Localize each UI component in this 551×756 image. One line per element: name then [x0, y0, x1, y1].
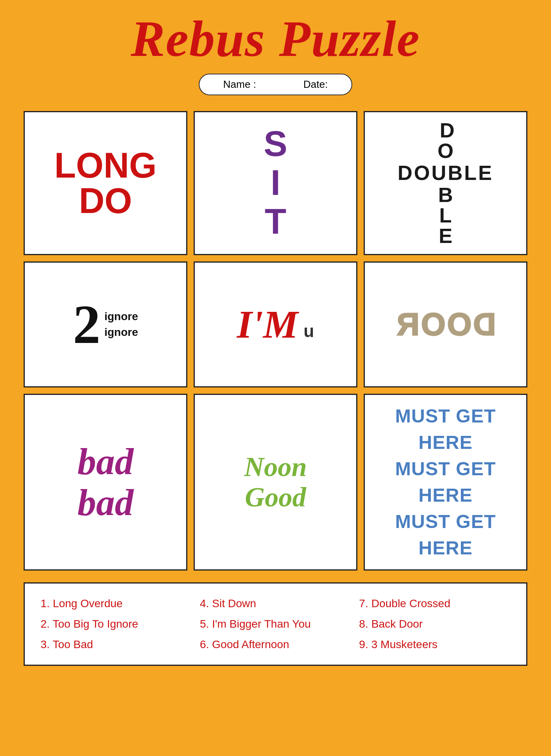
cell-5-u: u	[303, 321, 314, 344]
answer-5: 5. I'm Bigger Than You	[200, 616, 351, 632]
puzzle-cell-2: S I T	[194, 111, 357, 255]
cell-1-line2: DO	[54, 183, 157, 219]
cell-9-line3: MUST GET HERE	[373, 508, 518, 561]
answer-col-1: 1. Long Overdue 2. Too Big To Ignore 3. …	[41, 595, 192, 653]
puzzle-grid: LONG DO S I T D D D O O O DOUBLE	[24, 111, 527, 571]
cell-3-row-b: B B B	[423, 185, 468, 205]
cell-5-content: I'M u	[237, 305, 314, 344]
cell-9-line1: MUST GET HERE	[373, 403, 518, 456]
answer-6: 6. Good Afternoon	[200, 636, 351, 653]
name-label: Name :	[223, 78, 256, 91]
cell-9-content: MUST GET HERE MUST GET HERE MUST GET HER…	[373, 403, 518, 561]
puzzle-cell-5: I'M u	[194, 261, 357, 387]
cell-3-b: B	[438, 185, 453, 205]
cell-9-line2: MUST GET HERE	[373, 456, 518, 508]
cell-3-row-d: D D D	[422, 120, 470, 141]
cell-5-im: I'M	[237, 305, 298, 344]
answer-col-3: 7. Double Crossed 8. Back Door 9. 3 Musk…	[359, 595, 510, 653]
answer-2: 2. Too Big To Ignore	[41, 616, 192, 632]
cell-2-s: S	[264, 124, 287, 163]
cell-2-content: S I T	[264, 124, 287, 241]
cell-4-number: 2	[73, 297, 100, 352]
cell-2-i: I	[264, 163, 287, 202]
puzzle-cell-7: bad bad	[24, 394, 187, 571]
cell-4-content: 2 ignore ignore	[73, 297, 138, 352]
date-label: Date:	[303, 78, 328, 91]
cell-7-line1: bad	[78, 441, 134, 482]
cell-3-e: E	[439, 226, 453, 246]
puzzle-cell-3: D D D O O O DOUBLE B B B L L L	[364, 111, 527, 255]
cell-3-row-double: DOUBLE	[398, 161, 494, 185]
cell-4-word1: ignore	[104, 309, 138, 324]
cell-8-noon: Noon	[244, 452, 307, 482]
puzzle-cell-6: DOOR	[364, 261, 527, 387]
name-date-bar: Name : Date:	[199, 74, 352, 95]
puzzle-cell-9: MUST GET HERE MUST GET HERE MUST GET HER…	[364, 394, 527, 571]
cell-1-line1: LONG	[54, 148, 157, 183]
cell-3-row-l: L L L	[427, 205, 464, 226]
cell-3-content: D D D O O O DOUBLE B B B L L L	[398, 120, 494, 246]
cell-8-good: Good	[244, 482, 307, 512]
answer-8: 8. Back Door	[359, 616, 510, 632]
cell-3-l: L	[439, 205, 452, 226]
answer-9: 9. 3 Musketeers	[359, 636, 510, 653]
answer-7: 7. Double Crossed	[359, 595, 510, 612]
answer-1: 1. Long Overdue	[41, 595, 192, 612]
cell-3-d: D	[440, 120, 455, 141]
puzzle-cell-1: LONG DO	[24, 111, 187, 255]
answer-col-2: 4. Sit Down 5. I'm Bigger Than You 6. Go…	[200, 595, 351, 653]
cell-7-content: bad bad	[78, 441, 134, 523]
cell-2-t: T	[264, 202, 287, 241]
cell-3-row-e: E E E	[425, 226, 466, 246]
cell-1-content: LONG DO	[54, 148, 157, 219]
cell-3-o: O	[438, 141, 453, 161]
cell-4-word2: ignore	[104, 324, 138, 340]
cell-3-row-o: O O O	[422, 141, 469, 161]
puzzle-cell-4: 2 ignore ignore	[24, 261, 187, 387]
cell-7-line2: bad	[78, 482, 134, 523]
cell-6-content: DOOR	[395, 306, 496, 343]
cell-3-double: DOUBLE	[398, 161, 494, 185]
page-title: Rebus Puzzle	[131, 12, 420, 66]
puzzle-cell-8: Noon Good	[194, 394, 357, 571]
answers-box: 1. Long Overdue 2. Too Big To Ignore 3. …	[24, 582, 527, 666]
answer-3: 3. Too Bad	[41, 636, 192, 653]
cell-4-words: ignore ignore	[104, 309, 138, 339]
answer-4: 4. Sit Down	[200, 595, 351, 612]
cell-8-content: Noon Good	[244, 452, 307, 512]
